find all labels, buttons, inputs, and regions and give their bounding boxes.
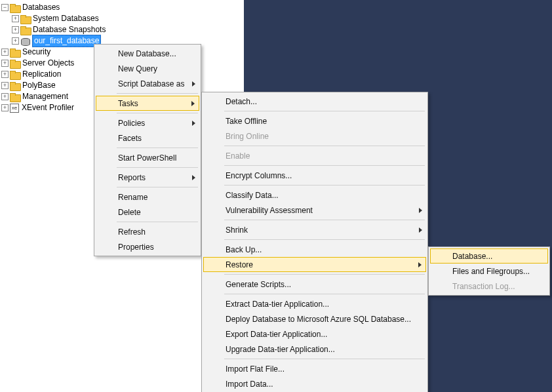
folder-icon [20,26,30,34]
menu-item-take-offline[interactable]: Take Offline [203,113,426,128]
menu-label: Start PowerShell [118,153,176,163]
menu-item-shrink[interactable]: Shrink [203,222,426,237]
menu-label: Restore [226,260,253,269]
menu-item-restore-database[interactable]: Database... [430,248,548,264]
tree-label: XEvent Profiler [22,102,74,113]
menu-item-restore-files-filegroups[interactable]: Files and Filegroups... [430,264,548,279]
menu-item-detach[interactable]: Detach... [203,94,426,109]
tree-node-xevent-profiler[interactable]: + xe XEvent Profiler [0,102,106,113]
folder-icon [10,49,20,56]
menu-item-import-flat-file[interactable]: Import Flat File... [203,361,426,376]
tree-node-polybase[interactable]: + PolyBase [0,80,106,91]
tree-label: Security [22,47,50,58]
tree-node-database-snapshots[interactable]: + Database Snapshots [0,24,106,35]
menu-item-deploy-azure[interactable]: Deploy Database to Microsoft Azure SQL D… [203,311,426,326]
menu-item-generate-scripts[interactable]: Generate Scripts... [203,277,426,292]
tree-label: Databases [22,2,60,13]
xevent-icon: xe [10,104,19,113]
menu-item-delete[interactable]: Delete [96,205,199,220]
tree-node-management[interactable]: + Management [0,91,106,102]
menu-label: Import Flat File... [226,364,285,374]
folder-icon [10,93,20,101]
menu-label: Vulnerability Assessment [226,206,313,215]
database-icon [20,37,30,46]
tree-node-security[interactable]: + Security [0,47,106,58]
menu-separator [224,185,425,186]
expand-icon[interactable]: + [12,15,19,22]
context-menu-database: New Database... New Query Script Databas… [94,44,201,256]
expand-icon[interactable]: + [12,26,19,33]
menu-label: Back Up... [226,245,262,254]
menu-label: Refresh [118,227,146,237]
tree-label: PolyBase [22,80,56,91]
menu-label: Extract Data-tier Application... [226,300,329,309]
menu-item-rename[interactable]: Rename [96,189,199,205]
menu-label: Script Database as [118,79,184,88]
menu-separator [224,274,425,275]
menu-item-new-query[interactable]: New Query [96,61,199,76]
menu-item-encrypt-columns[interactable]: Encrypt Columns... [203,168,426,183]
expand-icon[interactable]: + [12,37,19,45]
menu-label: Import Data... [226,380,273,389]
menu-label: Encrypt Columns... [226,171,292,180]
menu-item-reports[interactable]: Reports [96,170,199,185]
menu-item-new-database[interactable]: New Database... [96,46,199,61]
menu-item-script-database-as[interactable]: Script Database as [96,76,199,91]
menu-label: Facets [118,134,142,143]
folder-icon [20,15,30,23]
menu-label: Enable [226,151,250,161]
expand-icon[interactable]: + [1,104,9,111]
menu-item-tasks[interactable]: Tasks [96,96,199,111]
menu-separator [117,222,198,222]
menu-item-export-dta[interactable]: Export Data-tier Application... [203,326,426,342]
menu-item-enable: Enable [203,148,426,163]
tree-node-our-first-database[interactable]: + our_first_database [0,35,106,47]
expand-icon[interactable]: + [1,93,9,100]
context-menu-restore: Database... Files and Filegroups... Tran… [428,246,550,296]
expand-icon[interactable]: + [1,82,9,89]
chevron-right-icon [192,175,195,180]
menu-separator [224,294,425,294]
menu-label: Policies [118,119,145,128]
menu-separator [117,113,198,113]
menu-label: Classify Data... [226,191,279,200]
menu-item-upgrade-dta[interactable]: Upgrade Data-tier Application... [203,342,426,357]
menu-item-policies[interactable]: Policies [96,115,199,130]
menu-item-extract-dta[interactable]: Extract Data-tier Application... [203,296,426,311]
collapse-icon[interactable]: − [1,4,9,11]
menu-label: Detach... [226,97,257,106]
expand-icon[interactable]: + [1,49,9,56]
menu-label: Shrink [226,225,248,235]
menu-separator [224,239,425,240]
folder-icon [10,71,20,79]
folder-icon [10,82,20,90]
menu-item-restore-transaction-log: Transaction Log... [430,279,548,294]
tree-node-server-objects[interactable]: + Server Objects [0,58,106,69]
object-explorer-tree: − Databases + System Databases + Databas… [0,2,106,113]
menu-item-start-powershell[interactable]: Start PowerShell [96,150,199,165]
menu-label: Take Offline [226,117,267,126]
tree-node-replication[interactable]: + Replication [0,69,106,80]
tree-node-databases[interactable]: − Databases [0,2,106,13]
menu-item-restore[interactable]: Restore [203,257,426,272]
menu-label: Upgrade Data-tier Application... [226,345,335,354]
menu-item-properties[interactable]: Properties [96,239,199,254]
menu-separator [117,187,198,187]
menu-separator [224,220,425,220]
menu-item-facets[interactable]: Facets [96,130,199,146]
menu-separator [224,111,425,111]
chevron-right-icon [418,262,422,267]
menu-separator [224,165,425,166]
menu-item-back-up[interactable]: Back Up... [203,242,426,257]
chevron-right-icon [191,101,195,106]
menu-item-import-data[interactable]: Import Data... [203,376,426,391]
expand-icon[interactable]: + [1,71,9,78]
menu-item-refresh[interactable]: Refresh [96,224,199,239]
menu-label: Deploy Database to Microsoft Azure SQL D… [226,315,411,324]
menu-item-vulnerability-assessment[interactable]: Vulnerability Assessment [203,203,426,218]
menu-label: Files and Filegroups... [452,267,530,276]
tree-node-system-databases[interactable]: + System Databases [0,13,106,24]
menu-label: New Database... [118,49,176,58]
expand-icon[interactable]: + [1,60,9,67]
menu-item-classify-data[interactable]: Classify Data... [203,187,426,203]
